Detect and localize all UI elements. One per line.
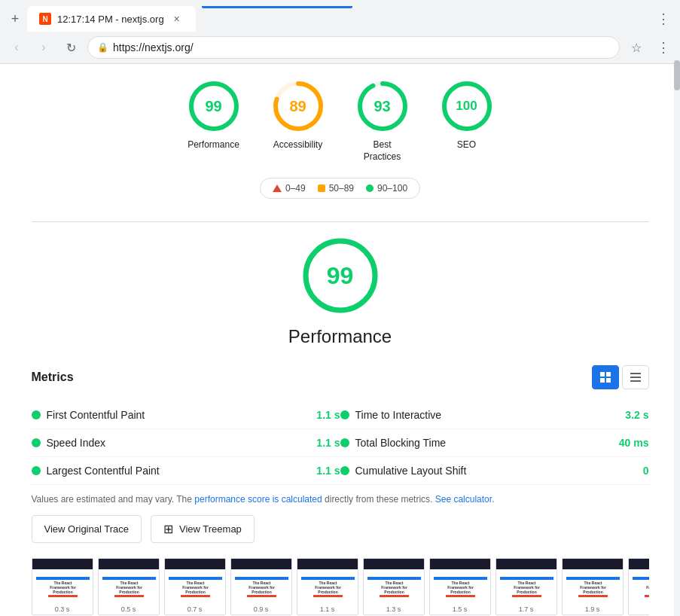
score-card-performance: 99 Performance — [187, 79, 241, 163]
film-timestamp-4: 1.1 s — [297, 604, 358, 614]
film-bar-red-7 — [512, 595, 541, 597]
film-frame-1: The ReactFramework forProduction 0.5 s — [98, 558, 160, 615]
score-circle-accessibility: 89 — [271, 79, 325, 133]
film-content-8: The ReactFramework forProduction — [563, 569, 624, 604]
tab-favicon: N — [39, 13, 51, 25]
section-divider — [32, 221, 649, 222]
film-bar-red-6 — [446, 595, 475, 597]
view-original-trace-button[interactable]: View Original Trace — [32, 515, 142, 543]
tbt-value: 40 ms — [619, 437, 649, 449]
bookmark-button[interactable]: ☆ — [626, 37, 647, 58]
grid-view-button[interactable] — [592, 365, 619, 389]
film-thumb-7: The ReactFramework forProduction — [496, 559, 557, 604]
film-header-5 — [364, 559, 425, 566]
button-row: View Original Trace ⊞ View Treemap — [32, 515, 649, 543]
address-bar[interactable]: 🔒 https://nextjs.org/ — [87, 36, 620, 59]
view-original-trace-label: View Original Trace — [44, 523, 129, 535]
film-frame-9: The ReactFramework forProduction 2.1 s — [628, 558, 649, 615]
new-tab-button[interactable]: + — [6, 10, 24, 28]
film-bar-red-8 — [578, 595, 608, 597]
legend-item-fail: 0–49 — [273, 183, 306, 194]
list-view-button[interactable] — [622, 365, 649, 389]
view-treemap-button[interactable]: ⊞ View Treemap — [151, 515, 255, 543]
back-button[interactable]: ‹ — [6, 37, 27, 58]
fcp-label: First Contentful Paint — [47, 409, 311, 421]
chrome-menu-button[interactable]: ⋮ — [653, 37, 674, 58]
big-score-title: Performance — [288, 326, 392, 347]
score-circle-seo: 100 — [440, 79, 494, 133]
film-content-5: The ReactFramework forProduction — [364, 569, 425, 604]
film-timestamp-2: 0.7 s — [165, 604, 225, 614]
film-header-2 — [165, 559, 226, 566]
film-content-2: The ReactFramework forProduction — [165, 569, 226, 604]
film-thumb-3: The ReactFramework forProduction — [231, 559, 292, 604]
perf-score-link[interactable]: performance score is calculated — [194, 494, 322, 505]
film-logo-7: The ReactFramework forProduction — [514, 581, 540, 594]
cls-label: Cumulative Layout Shift — [355, 465, 637, 477]
tab-bar: + N 12:17:14 PM - nextjs.org × ⋮ — [0, 0, 680, 32]
film-logo-0: The ReactFramework forProduction — [50, 581, 76, 594]
scrollbar[interactable] — [674, 60, 680, 616]
score-circle-performance: 99 — [187, 79, 241, 133]
film-timestamp-8: 1.9 s — [563, 604, 623, 614]
score-circle-best-practices: 93 — [355, 79, 410, 133]
performance-score-value: 99 — [205, 98, 221, 115]
film-frame-2: The ReactFramework forProduction 0.7 s — [164, 558, 226, 615]
refresh-button[interactable]: ↻ — [60, 37, 81, 58]
film-content-4: The ReactFramework forProduction — [297, 569, 358, 604]
legend-item-pass: 90–100 — [366, 183, 407, 194]
view-treemap-label: View Treemap — [179, 523, 242, 535]
film-bar-blue-3 — [235, 577, 288, 580]
browser-menu-button[interactable]: ⋮ — [653, 8, 674, 29]
active-tab[interactable]: N 12:17:14 PM - nextjs.org × — [27, 6, 196, 32]
film-content-7: The ReactFramework forProduction — [496, 569, 557, 604]
metrics-header: Metrics — [32, 365, 649, 389]
svg-rect-12 — [600, 378, 605, 383]
film-bar-red-3 — [247, 595, 276, 597]
favicon-small: 🔒 — [97, 42, 108, 53]
tti-value: 3.2 s — [625, 409, 648, 421]
film-thumb-9: The ReactFramework forProduction — [629, 559, 649, 604]
legend-item-average: 50–89 — [318, 183, 354, 194]
forward-button[interactable]: › — [33, 37, 54, 58]
si-value: 1.1 s — [316, 437, 340, 449]
film-logo-5: The ReactFramework forProduction — [381, 581, 407, 594]
film-content-1: The ReactFramework forProduction — [99, 569, 160, 604]
film-logo-1: The ReactFramework forProduction — [116, 581, 142, 594]
accessibility-label: Accessibility — [273, 139, 322, 151]
lcp-value: 1.1 s — [316, 465, 340, 477]
film-thumb-8: The ReactFramework forProduction — [563, 559, 624, 604]
big-score-value: 99 — [327, 262, 354, 290]
average-icon — [318, 184, 325, 192]
film-thumb-4: The ReactFramework forProduction — [297, 559, 358, 604]
big-score-section: 99 Performance — [32, 234, 649, 347]
view-toggle — [592, 365, 649, 389]
film-timestamp-3: 0.9 s — [231, 604, 291, 614]
film-logo-6: The ReactFramework forProduction — [447, 581, 474, 594]
filmstrip: The ReactFramework forProduction 0.3 s T… — [32, 558, 649, 616]
film-bar-blue-4 — [301, 577, 354, 580]
see-calculator-link[interactable]: See calculator. — [435, 494, 495, 505]
film-frame-4: The ReactFramework forProduction 1.1 s — [297, 558, 358, 615]
film-frame-7: The ReactFramework forProduction 1.7 s — [496, 558, 557, 615]
film-timestamp-6: 1.5 s — [430, 604, 490, 614]
metric-row-cls: Cumulative Layout Shift 0 — [340, 457, 649, 485]
seo-score-value: 100 — [456, 99, 477, 114]
film-header-9 — [629, 559, 649, 566]
film-thumb-5: The ReactFramework forProduction — [364, 559, 425, 604]
film-bar-red-1 — [114, 595, 144, 597]
metric-row-si: Speed Index 1.1 s — [32, 429, 340, 457]
scrollbar-thumb[interactable] — [674, 60, 680, 90]
svg-rect-14 — [630, 373, 641, 374]
tbt-label: Total Blocking Time — [355, 437, 613, 449]
film-frame-3: The ReactFramework forProduction 0.9 s — [230, 558, 292, 615]
lcp-indicator — [32, 466, 41, 475]
film-bar-blue-1 — [102, 577, 155, 580]
page-load-progress — [202, 6, 352, 8]
tbt-indicator — [340, 438, 349, 447]
tab-close-button[interactable]: × — [170, 12, 184, 26]
film-header-1 — [99, 559, 160, 566]
tti-indicator — [340, 410, 349, 419]
footer-text-middle: directly from these metrics. — [322, 494, 435, 505]
film-logo-9: The ReactFramework forProduction — [646, 581, 648, 594]
